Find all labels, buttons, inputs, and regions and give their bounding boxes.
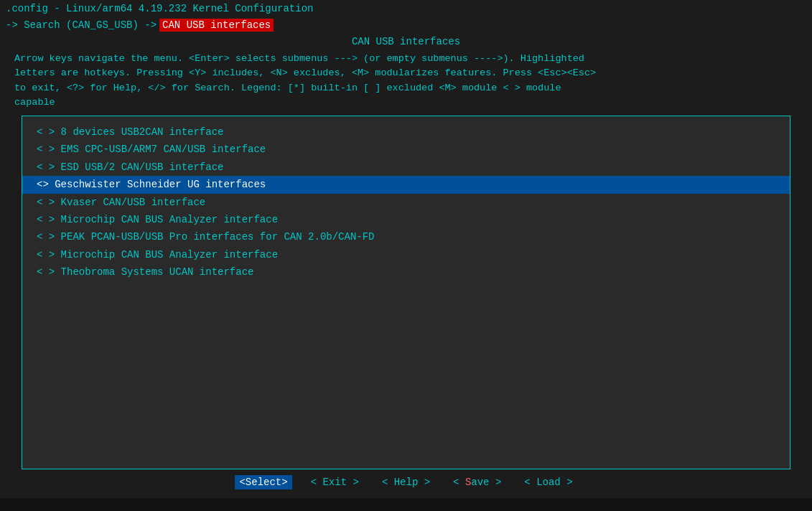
menu-item-label: Kvaser CAN/USB interface bbox=[55, 197, 205, 208]
menu-item-theobroma[interactable]: < > Theobroma Systems UCAN interface bbox=[22, 263, 790, 281]
bottom-bar bbox=[0, 498, 812, 511]
menu-item-microchip1[interactable]: < > Microchip CAN BUS Analyzer interface bbox=[22, 211, 790, 228]
select-button[interactable]: <Select> bbox=[235, 475, 291, 489]
menu-item-microchip2[interactable]: < > Microchip CAN BUS Analyzer interface bbox=[22, 246, 790, 263]
menu-item-prefix: < > bbox=[37, 144, 55, 155]
load-button[interactable]: < Load > bbox=[520, 475, 577, 489]
menu-item-prefix: < > bbox=[37, 249, 55, 261]
menu-item-geschwister[interactable]: <> Geschwister Schneider UG interfaces bbox=[22, 176, 790, 193]
menu-item-prefix: < > bbox=[37, 126, 55, 138]
title-bar: .config - Linux/arm64 4.19.232 Kernel Co… bbox=[0, 0, 812, 17]
menu-item-label: PEAK PCAN-USB/USB Pro interfaces for CAN… bbox=[55, 231, 374, 243]
menu-item-esd[interactable]: < > ESD USB/2 CAN/USB interface bbox=[22, 159, 790, 176]
dialog-title: CAN USB interfaces bbox=[0, 33, 812, 49]
menu-item-prefix: < > bbox=[37, 231, 55, 243]
menu-item-label: Theobroma Systems UCAN interface bbox=[55, 266, 253, 278]
menu-item-prefix: < > bbox=[37, 197, 55, 208]
save-button[interactable]: < Save > bbox=[449, 475, 505, 489]
breadcrumb-prefix: -> Search (CAN_GS_USB) -> bbox=[6, 19, 157, 31]
menu-item-arrow: > bbox=[42, 179, 48, 190]
menu-item-prefix: < > bbox=[37, 214, 55, 225]
breadcrumb-bar: -> Search (CAN_GS_USB) -> CAN USB interf… bbox=[0, 17, 812, 33]
menu-item-prefix: < > bbox=[37, 266, 55, 278]
menu-item-label: Microchip CAN BUS Analyzer interface bbox=[55, 214, 278, 225]
help-line-2: letters are hotkeys. Pressing <Y> includ… bbox=[14, 66, 798, 80]
menu-box: < > 8 devices USB2CAN interface < > EMS … bbox=[22, 116, 790, 469]
help-button[interactable]: < Help > bbox=[378, 475, 434, 489]
menu-item-label: ESD USB/2 CAN/USB interface bbox=[55, 161, 223, 173]
menu-item-label: Microchip CAN BUS Analyzer interface bbox=[55, 249, 278, 261]
save-hotkey: S bbox=[465, 477, 471, 488]
menu-item-ems[interactable]: < > EMS CPC-USB/ARM7 CAN/USB interface bbox=[22, 141, 790, 158]
menu-item-label: EMS CPC-USB/ARM7 CAN/USB interface bbox=[55, 144, 266, 155]
menu-item-usb2can[interactable]: < > 8 devices USB2CAN interface bbox=[22, 123, 790, 141]
menu-item-peak[interactable]: < > PEAK PCAN-USB/USB Pro interfaces for… bbox=[22, 228, 790, 245]
footer: <Select> < Exit > < Help > < Save > < Lo… bbox=[0, 469, 812, 498]
help-line-1: Arrow keys navigate the menu. <Enter> se… bbox=[14, 52, 798, 66]
exit-button[interactable]: < Exit > bbox=[307, 475, 363, 489]
terminal: .config - Linux/arm64 4.19.232 Kernel Co… bbox=[0, 0, 812, 511]
title-text: .config - Linux/arm64 4.19.232 Kernel Co… bbox=[6, 3, 313, 14]
help-line-4: capable bbox=[14, 95, 798, 110]
menu-item-label: Geschwister Schneider UG interfaces bbox=[49, 179, 266, 190]
breadcrumb-highlight: CAN USB interfaces bbox=[159, 19, 274, 32]
menu-item-prefix: < > bbox=[37, 161, 55, 173]
help-line-3: to exit, <?> for Help, </> for Search. L… bbox=[14, 81, 798, 95]
help-text: Arrow keys navigate the menu. <Enter> se… bbox=[0, 49, 812, 116]
menu-item-kvaser[interactable]: < > Kvaser CAN/USB interface bbox=[22, 194, 790, 211]
menu-item-label: 8 devices USB2CAN interface bbox=[55, 126, 223, 138]
